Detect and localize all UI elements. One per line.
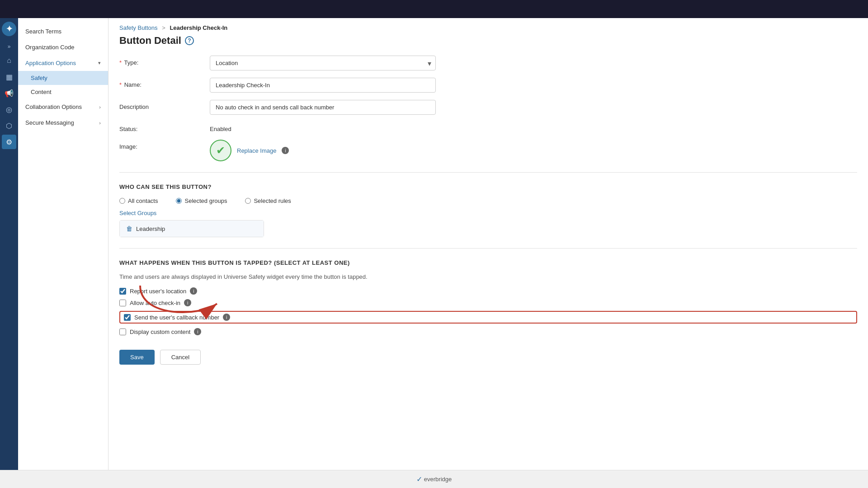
nav-safety[interactable]: Safety [18,71,108,85]
cancel-button[interactable]: Cancel [160,350,201,365]
help-icon[interactable]: ? [185,36,194,45]
image-label: Image: [119,140,210,150]
nav-application-options[interactable]: Application Options ▾ [18,55,108,71]
brand-footer: ✓ everbridge [5,475,863,483]
auto-checkin-info-icon[interactable]: i [184,299,191,306]
radio-all-contacts-input[interactable] [119,198,125,204]
brand-name: everbridge [424,476,452,483]
who-can-see-section: WHO CAN SEE THIS BUTTON? All contacts Se… [119,183,857,237]
status-label: Status: [119,122,210,132]
checkbox-auto-checkin[interactable]: Allow auto check-in i [119,299,857,306]
image-row: ✔ Replace Image i [210,140,289,161]
analytics-nav-icon[interactable]: ▦ [2,70,16,84]
breadcrumb-separator: > [162,24,165,31]
delete-group-icon[interactable]: 🗑 [126,225,132,232]
incidents-nav-icon[interactable]: ⬡ [2,118,16,133]
save-button[interactable]: Save [119,350,155,365]
footer: ✓ everbridge [0,470,868,488]
radio-selected-groups-input[interactable] [176,198,182,204]
send-callback-info-icon[interactable]: i [223,314,230,321]
what-happens-heading: WHAT HAPPENS WHEN THIS BUTTON IS TAPPED?… [119,259,857,266]
checkbox-report-location-input[interactable] [119,288,126,295]
name-input[interactable] [210,78,436,93]
nav-secure-messaging[interactable]: Secure Messaging › [18,115,108,131]
display-custom-info-icon[interactable]: i [194,328,201,335]
select-groups-link[interactable]: Select Groups [119,210,857,216]
chevron-right-icon: › [99,104,101,110]
image-field-row: Image: ✔ Replace Image i [119,140,857,161]
description-control [210,100,436,115]
home-nav-icon[interactable]: ⌂ [2,53,16,68]
type-required-star: * [119,59,122,66]
type-select[interactable]: Location [210,56,436,70]
checkbox-report-location[interactable]: Report user's location i [119,287,857,295]
type-control: Location [210,56,436,70]
top-bar [0,0,868,18]
description-field-row: Description [119,100,857,115]
main-content: Safety Buttons > Leadership Check-In But… [108,18,868,470]
checkbox-send-callback-label: Send the user's callback number [134,314,219,321]
settings-nav-icon[interactable]: ⚙ [2,135,16,149]
what-happens-section: WHAT HAPPENS WHEN THIS BUTTON IS TAPPED?… [119,259,857,335]
status-value: Enabled [210,122,231,132]
name-label: * Name: [119,78,210,88]
checkbox-report-location-label: Report user's location [130,288,186,295]
actions-row: Save Cancel [119,350,857,365]
nav-collaboration-options[interactable]: Collaboration Options › [18,99,108,115]
nav-organization-code[interactable]: Organization Code [18,39,108,55]
name-control [210,78,436,93]
page-title: Button Detail [119,35,181,47]
app-logo[interactable]: ✦ [2,22,16,36]
visibility-radio-group: All contacts Selected groups Selected ru… [119,197,857,204]
checkbox-display-custom-input[interactable] [119,328,126,335]
icon-sidebar: ✦ » ⌂ ▦ 📢 ◎ ⬡ ⚙ [0,18,18,470]
radio-selected-groups[interactable]: Selected groups [176,197,227,204]
breadcrumb: Safety Buttons > Leadership Check-In [108,18,868,35]
checkbox-display-custom[interactable]: Display custom content i [119,328,857,335]
chevron-down-icon: ▾ [98,60,101,66]
description-input[interactable] [210,100,436,115]
name-required-star: * [119,81,122,88]
status-field-row: Status: Enabled [119,122,857,132]
chevron-right-icon-2: › [99,120,101,126]
left-navigation: Search Terms Organization Code Applicati… [18,18,108,470]
nav-search-terms[interactable]: Search Terms [18,23,108,39]
radio-selected-rules-input[interactable] [245,198,251,204]
content-area: Button Detail ? * Type: Location [108,35,868,383]
type-field-row: * Type: Location [119,56,857,70]
image-preview: ✔ [210,140,231,161]
group-list: 🗑 Leadership [119,220,264,237]
radio-selected-rules[interactable]: Selected rules [245,197,291,204]
checkbox-auto-checkin-label: Allow auto check-in [130,300,180,306]
type-select-wrapper: Location [210,56,436,70]
checkbox-send-callback[interactable]: Send the user's callback number i [119,311,857,324]
replace-image-link[interactable]: Replace Image [237,147,276,154]
name-field-row: * Name: [119,78,857,93]
checkbox-display-custom-label: Display custom content [130,328,190,335]
who-can-see-heading: WHO CAN SEE THIS BUTTON? [119,183,857,190]
divider-1 [119,172,857,173]
nav-content[interactable]: Content [18,85,108,99]
broadcast-nav-icon[interactable]: 📢 [2,86,16,100]
page-title-row: Button Detail ? [119,35,857,47]
checkbox-send-callback-input[interactable] [124,314,131,321]
radio-all-contacts[interactable]: All contacts [119,197,158,204]
replace-image-info-icon[interactable]: i [282,147,289,154]
brand-checkmark-icon: ✓ [416,475,422,483]
checkbox-options: Report user's location i Allow auto chec… [119,287,857,335]
description-label: Description [119,100,210,110]
divider-2 [119,248,857,249]
group-name: Leadership [136,225,165,232]
breadcrumb-current: Leadership Check-In [170,24,227,31]
checkbox-auto-checkin-input[interactable] [119,300,126,306]
collapse-button[interactable]: » [6,42,13,52]
what-happens-description: Time and users are always displayed in U… [119,273,857,280]
report-location-info-icon[interactable]: i [190,287,197,295]
type-label: * Type: [119,56,210,66]
breadcrumb-parent-link[interactable]: Safety Buttons [119,24,158,31]
map-nav-icon[interactable]: ◎ [2,102,16,117]
group-item: 🗑 Leadership [120,221,264,237]
